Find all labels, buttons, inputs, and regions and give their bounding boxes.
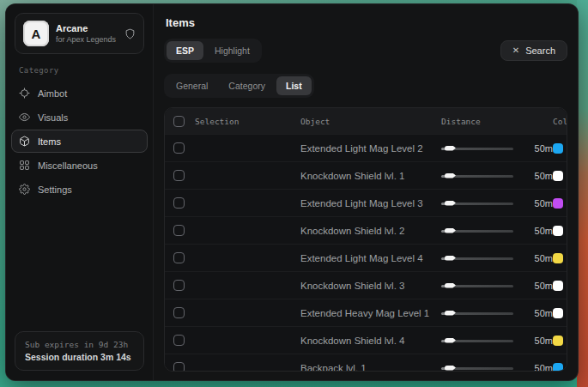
table-row: Knockdown Shield lvl. 1 50m	[165, 161, 567, 189]
distance-value: 50m	[520, 143, 553, 154]
distance-slider[interactable]	[441, 336, 513, 346]
app-meta: Arcane for Apex Legends	[56, 23, 118, 45]
row-checkbox[interactable]	[173, 280, 185, 291]
distance-slider[interactable]	[441, 171, 513, 181]
distance-slider[interactable]	[441, 281, 513, 291]
object-label: Backpack lvl. 1	[300, 363, 441, 372]
distance-slider[interactable]	[441, 363, 513, 372]
sidebar-item-aimbot[interactable]: Aimbot	[11, 82, 148, 105]
table-row: Extended Light Mag Level 4 50m	[165, 244, 567, 271]
object-label: Knockdown Shield lvl. 1	[300, 171, 441, 181]
table-row: Extended Light Mag Level 2 50m	[165, 134, 567, 161]
row-checkbox[interactable]	[173, 142, 185, 154]
tab-general[interactable]: General	[167, 76, 217, 95]
header-color: Color	[553, 117, 567, 126]
mode-tab-group: ESP Highlight	[164, 39, 262, 63]
distance-value: 50m	[520, 226, 553, 236]
header-object: Object	[300, 117, 441, 126]
table-row: Knockdown Shield lvl. 4 50m	[165, 326, 567, 354]
app-logo: A	[23, 21, 49, 46]
distance-value: 50m	[520, 336, 553, 346]
table-row: Knockdown Shield lvl. 2 50m	[165, 216, 567, 244]
table-row: Backpack lvl. 1 50m	[165, 354, 567, 372]
grid-icon	[19, 160, 30, 171]
main-panel: Items ESP Highlight ✕ Search General Cat…	[154, 4, 578, 380]
select-all-checkbox[interactable]	[173, 116, 185, 127]
page-title: Items	[166, 16, 567, 29]
subscription-card: Sub expires in 9d 23h Session duration 3…	[15, 331, 144, 371]
sidebar-item-label: Aimbot	[38, 88, 67, 99]
tab-list[interactable]: List	[276, 76, 312, 95]
sidebar-item-visuals[interactable]: Visuals	[11, 106, 148, 129]
color-swatch[interactable]	[553, 226, 563, 236]
distance-value: 50m	[520, 171, 553, 181]
distance-slider[interactable]	[441, 253, 513, 263]
row-checkbox[interactable]	[173, 225, 185, 236]
table-row: Extended Light Mag Level 3 50m	[165, 189, 567, 216]
distance-slider[interactable]	[441, 143, 513, 154]
object-label: Extended Light Mag Level 4	[300, 253, 441, 263]
session-duration-text: Session duration 3m 14s	[25, 351, 134, 364]
color-swatch[interactable]	[553, 336, 563, 346]
sidebar-item-label: Settings	[38, 184, 72, 195]
sidebar-item-label: Visuals	[38, 112, 68, 123]
sidebar-item-miscellaneous[interactable]: Miscellaneous	[11, 154, 148, 177]
app-header-card: A Arcane for Apex Legends	[15, 13, 144, 54]
object-label: Knockdown Shield lvl. 3	[300, 281, 441, 291]
sub-expiry-text: Sub expires in 9d 23h	[25, 338, 134, 351]
table-header: Selection Object Distance Color	[165, 108, 567, 134]
tab-highlight[interactable]: Highlight	[205, 41, 259, 60]
sidebar: A Arcane for Apex Legends Category Aimbo…	[6, 4, 154, 380]
sidebar-item-settings[interactable]: Settings	[11, 178, 148, 201]
tab-esp[interactable]: ESP	[167, 41, 203, 60]
distance-value: 50m	[520, 308, 553, 318]
package-icon	[19, 136, 30, 147]
distance-slider[interactable]	[441, 198, 513, 209]
color-swatch[interactable]	[553, 171, 563, 181]
app-subtitle: for Apex Legends	[56, 34, 118, 45]
color-swatch[interactable]	[553, 143, 563, 154]
row-checkbox[interactable]	[173, 362, 185, 372]
tab-category[interactable]: Category	[219, 76, 275, 95]
sidebar-item-label: Miscellaneous	[38, 160, 98, 171]
sidebar-nav: Aimbot Visuals Items Miscellaneous	[6, 82, 153, 201]
object-label: Extended Light Mag Level 3	[300, 198, 441, 209]
distance-value: 50m	[520, 281, 553, 291]
search-button-icon: ✕	[512, 46, 519, 55]
row-checkbox[interactable]	[173, 252, 185, 263]
header-selection: Selection	[195, 117, 239, 126]
header-distance: Distance	[441, 117, 553, 126]
items-table: Selection Object Distance Color Extended…	[164, 107, 567, 372]
app-name: Arcane	[56, 23, 118, 34]
object-label: Knockdown Shield lvl. 4	[300, 336, 441, 346]
object-label: Extended Light Mag Level 2	[300, 143, 441, 154]
color-swatch[interactable]	[553, 281, 563, 291]
table-row: Extended Heavy Mag Level 1 50m	[165, 299, 567, 326]
search-button[interactable]: ✕ Search	[500, 40, 567, 61]
distance-slider[interactable]	[441, 308, 513, 318]
distance-value: 50m	[520, 198, 553, 209]
app-window: A Arcane for Apex Legends Category Aimbo…	[5, 3, 579, 381]
object-label: Extended Heavy Mag Level 1	[300, 308, 441, 318]
sidebar-section-label: Category	[19, 66, 153, 75]
distance-slider[interactable]	[441, 226, 513, 236]
row-checkbox[interactable]	[173, 335, 185, 346]
color-swatch[interactable]	[553, 308, 563, 318]
distance-value: 50m	[520, 363, 553, 372]
color-swatch[interactable]	[553, 363, 563, 372]
row-checkbox[interactable]	[173, 307, 185, 318]
row-checkbox[interactable]	[173, 170, 185, 181]
sidebar-item-items[interactable]: Items	[11, 130, 148, 153]
crosshair-icon	[19, 88, 30, 99]
view-tab-group: General Category List	[164, 74, 314, 98]
color-swatch[interactable]	[553, 253, 563, 263]
search-button-label: Search	[525, 45, 555, 56]
shield-icon[interactable]	[124, 28, 136, 39]
gear-icon	[19, 184, 30, 195]
color-swatch[interactable]	[553, 198, 563, 209]
eye-icon	[19, 112, 30, 123]
distance-value: 50m	[520, 253, 553, 263]
sidebar-item-label: Items	[38, 136, 61, 147]
object-label: Knockdown Shield lvl. 2	[300, 226, 441, 236]
row-checkbox[interactable]	[173, 197, 185, 209]
